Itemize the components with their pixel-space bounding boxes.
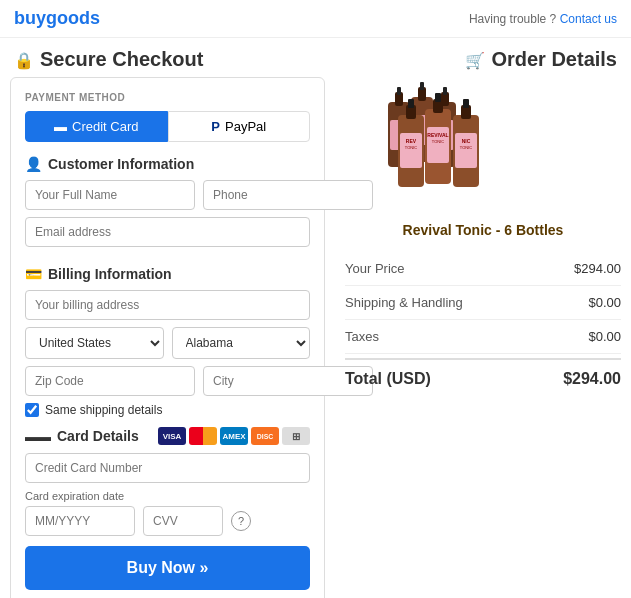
page-title-row: Secure Checkout Order Details: [0, 38, 631, 77]
svg-rect-29: [463, 99, 469, 108]
total-value: $294.00: [563, 370, 621, 388]
more-cards-icon: ⊞: [282, 427, 310, 445]
contact-link[interactable]: Contact us: [560, 12, 617, 26]
amex-icon: AMEX: [220, 427, 248, 445]
logo: buygoods: [14, 8, 100, 29]
paypal-tab-label: PayPal: [225, 119, 266, 134]
header: buygoods Having trouble ? Contact us: [0, 0, 631, 38]
svg-text:TONIC: TONIC: [405, 145, 417, 150]
total-row: Total (USD) $294.00: [345, 358, 621, 398]
svg-text:REVIVAL: REVIVAL: [427, 132, 448, 138]
your-price-label: Your Price: [345, 261, 405, 276]
country-select[interactable]: United States: [25, 327, 164, 359]
card-details-header: ▬▬ Card Details VISA AMEX DISC ⊞: [25, 427, 310, 445]
price-breakdown: Your Price $294.00 Shipping & Handling $…: [345, 252, 621, 398]
svg-rect-3: [397, 87, 401, 95]
buy-now-button[interactable]: Buy Now »: [25, 546, 310, 590]
product-image-area: REV TONIC REVIVAL TONIC NIC: [345, 77, 621, 222]
expiry-cvv-row: ?: [25, 506, 310, 536]
zip-input[interactable]: [25, 366, 195, 396]
checkout-title: Secure Checkout: [14, 48, 203, 71]
svg-text:REV: REV: [406, 138, 417, 144]
expiry-label: Card expiration date: [25, 490, 310, 502]
visa-icon: VISA: [158, 427, 186, 445]
card-icon-small: ▬▬: [25, 429, 51, 444]
payment-section-label: PAYMENT METHOD: [25, 92, 310, 103]
payment-box: PAYMENT METHOD ▬ Credit Card P PayPal Cu…: [10, 77, 325, 598]
logo-buy: buy: [14, 8, 46, 28]
email-input[interactable]: [25, 217, 310, 247]
product-name: Revival Tonic - 6 Bottles: [345, 222, 621, 238]
svg-text:TONIC: TONIC: [460, 145, 472, 150]
left-panel: PAYMENT METHOD ▬ Credit Card P PayPal Cu…: [10, 77, 325, 598]
card-icons-row: VISA AMEX DISC ⊞: [158, 427, 310, 445]
card-section-heading: ▬▬ Card Details: [25, 428, 139, 444]
shipping-value: $0.00: [588, 295, 621, 310]
person-icon: [25, 156, 42, 172]
total-label: Total (USD): [345, 370, 431, 388]
taxes-label: Taxes: [345, 329, 379, 344]
expiry-input[interactable]: [25, 506, 135, 536]
taxes-row: Taxes $0.00: [345, 320, 621, 354]
your-price-row: Your Price $294.00: [345, 252, 621, 286]
credit-card-tab-label: Credit Card: [72, 119, 138, 134]
zip-city-row: [25, 366, 310, 396]
svg-rect-17: [408, 99, 414, 108]
same-shipping-label: Same shipping details: [45, 403, 162, 417]
lock-icon: [14, 48, 34, 71]
shipping-label: Shipping & Handling: [345, 295, 463, 310]
same-shipping-checkbox[interactable]: [25, 403, 39, 417]
right-panel: REV TONIC REVIVAL TONIC NIC: [325, 77, 621, 598]
billing-icon: [25, 266, 42, 282]
svg-rect-11: [443, 87, 447, 95]
cvv-help-icon[interactable]: ?: [231, 511, 251, 531]
product-svg: REV TONIC REVIVAL TONIC NIC: [373, 77, 593, 222]
customer-section-heading: Customer Information: [25, 156, 310, 172]
discover-icon: DISC: [251, 427, 279, 445]
cart-icon: [465, 48, 485, 71]
order-title: Order Details: [465, 48, 617, 71]
svg-rect-7: [420, 82, 424, 90]
svg-text:TONIC: TONIC: [432, 139, 444, 144]
shipping-row: Shipping & Handling $0.00: [345, 286, 621, 320]
cc-number-input[interactable]: [25, 453, 310, 483]
mastercard-icon: [189, 427, 217, 445]
billing-section-heading: Billing Information: [25, 266, 310, 282]
name-phone-row: [25, 180, 310, 210]
credit-card-tab[interactable]: ▬ Credit Card: [25, 111, 168, 142]
paypal-icon: P: [211, 119, 220, 134]
cvv-input[interactable]: [143, 506, 223, 536]
your-price-value: $294.00: [574, 261, 621, 276]
header-right: Having trouble ? Contact us: [469, 12, 617, 26]
svg-text:NIC: NIC: [462, 138, 471, 144]
state-select[interactable]: Alabama: [172, 327, 311, 359]
payment-tabs: ▬ Credit Card P PayPal: [25, 111, 310, 142]
paypal-tab[interactable]: P PayPal: [168, 111, 311, 142]
full-name-input[interactable]: [25, 180, 195, 210]
country-state-row: United States Alabama: [25, 327, 310, 359]
main-content: PAYMENT METHOD ▬ Credit Card P PayPal Cu…: [0, 77, 631, 598]
card-tab-icon: ▬: [54, 119, 67, 134]
billing-address-input[interactable]: [25, 290, 310, 320]
logo-goods: goods: [46, 8, 100, 28]
svg-rect-23: [435, 93, 441, 102]
taxes-value: $0.00: [588, 329, 621, 344]
trouble-text: Having trouble ?: [469, 12, 556, 26]
same-shipping-row: Same shipping details: [25, 403, 310, 417]
